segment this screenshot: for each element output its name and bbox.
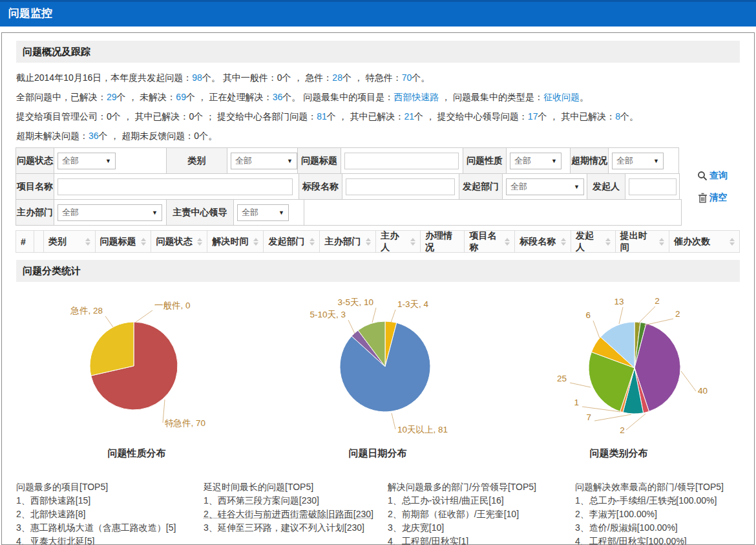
overdue-select[interactable]: 全部 ▼: [612, 153, 664, 169]
sort-icon[interactable]: [137, 238, 146, 246]
chart-nature: 一般件, 0急件, 28特急件, 70 问题性质分布: [16, 283, 257, 460]
sort-icon[interactable]: [501, 238, 510, 246]
sort-icon[interactable]: [406, 238, 415, 246]
column-header-解决时间[interactable]: 解决时间: [207, 230, 264, 253]
callout-line: [626, 414, 646, 430]
clear-button[interactable]: 清空: [698, 192, 728, 204]
summary-value: 70: [402, 72, 412, 83]
sort-icon[interactable]: [602, 238, 611, 246]
sort-icon[interactable]: [306, 238, 315, 246]
column-header-主办人[interactable]: 主办人: [375, 230, 421, 253]
column-header-催办次数[interactable]: 催办次数: [669, 230, 740, 253]
sort-icon[interactable]: [249, 238, 258, 246]
section-input[interactable]: [346, 178, 455, 195]
filter-label-project: 项目名称: [16, 173, 54, 200]
filter-label-status: 问题状态: [16, 147, 54, 174]
column-header-项目名称[interactable]: 项目名称: [464, 230, 515, 253]
column-header-主办部门[interactable]: 主办部门: [319, 230, 376, 253]
summary-text: 截止2014年10月16日，本年度共发起问题：: [16, 72, 192, 83]
column-header-类别[interactable]: 类别: [43, 230, 96, 253]
sort-icon[interactable]: [557, 238, 566, 246]
list-item[interactable]: 3、惠工路机场大道（含惠工路改造）[5]: [16, 521, 204, 535]
column-header-问题状态[interactable]: 问题状态: [151, 230, 207, 253]
column-header-blank: [34, 230, 44, 253]
callout-line: [105, 316, 113, 327]
sort-icon[interactable]: [655, 238, 664, 246]
summary-value: 98: [192, 72, 202, 83]
list-item[interactable]: 4、工程部/田秋实[100.00%]: [575, 535, 740, 545]
column-label: 主办人: [381, 230, 406, 253]
filter-label-center-leader: 主责中心领导: [166, 199, 234, 226]
column-label: 发起部门: [268, 236, 304, 248]
summary-text: 个 ， 未解决：: [117, 92, 176, 102]
initiator-input[interactable]: [629, 178, 677, 195]
list-item[interactable]: 2、北部快速路[8]: [16, 508, 204, 521]
callout-label: 10天以上, 81: [397, 425, 448, 434]
pie-chart: 3-5天, 105-10天, 31-3天, 410天以上, 81: [257, 283, 498, 438]
column-header-发起人[interactable]: 发起人: [571, 230, 616, 253]
callout-label: 13: [614, 297, 624, 306]
list-title: 延迟时间最长的问题[TOP5]: [204, 480, 388, 494]
column-header-#: #: [16, 230, 34, 253]
column-header-标段名称[interactable]: 标段名称: [514, 230, 571, 253]
nature-select[interactable]: 全部 ▼: [510, 153, 562, 169]
title-input[interactable]: [344, 153, 459, 169]
sort-icon[interactable]: [193, 238, 202, 246]
list-item[interactable]: 1、西部快速路[15]: [16, 494, 204, 508]
page-title: 问题监控: [8, 7, 52, 19]
sort-icon[interactable]: [362, 238, 371, 246]
from-dept-select[interactable]: 全部 ▼: [506, 178, 584, 195]
callout-label: 2: [675, 309, 680, 319]
column-label: 问题标题: [100, 236, 136, 248]
summary-text: 全部问题中，已解决：: [16, 92, 107, 102]
status-select[interactable]: 全部 ▼: [58, 153, 116, 169]
trash-icon: [698, 193, 708, 203]
category-select[interactable]: 全部 ▼: [231, 153, 297, 169]
column-label: 催办次数: [674, 236, 710, 248]
callout-line: [593, 321, 600, 338]
callout-label: 7: [586, 412, 591, 422]
summary-link[interactable]: 征收问题: [543, 92, 580, 102]
sort-icon[interactable]: [81, 238, 90, 246]
list-item[interactable]: 3、延伸至三环路，建议不列入计划[230]: [204, 521, 388, 535]
column-label: 问题状态: [156, 236, 192, 248]
column-header-发起部门[interactable]: 发起部门: [263, 230, 320, 253]
section-header-overview: 问题概况及跟踪: [16, 41, 740, 63]
project-input[interactable]: [58, 178, 293, 195]
summary-value: 69: [176, 92, 186, 102]
list-item[interactable]: 1、总工办-手续组/王轶尧[100.00%]: [575, 494, 740, 508]
pie-slice[interactable]: [90, 322, 134, 376]
list-item[interactable]: 4、工程部/田秋实[1]: [388, 535, 575, 545]
summary-text: 提交给项目管理公司：0个 ， 其中已解决：0个 ； 提交给中心各部门问题：: [16, 111, 317, 122]
sort-icon[interactable]: [726, 238, 735, 246]
column-header-提出时间[interactable]: 提出时间: [615, 230, 669, 253]
chevron-down-icon: ▼: [574, 184, 580, 190]
list-item[interactable]: 2、李淑芳[100.00%]: [575, 508, 740, 521]
search-button[interactable]: 查询: [697, 170, 728, 182]
list-item[interactable]: 3、龙庆宽[10]: [388, 521, 575, 535]
list-item[interactable]: 2、硅谷大街与前进西街需破除旧路面[230]: [204, 508, 388, 521]
column-header-问题标题[interactable]: 问题标题: [95, 230, 152, 253]
top5-list: 问题解决效率最高的部门/领导[TOP5]1、总工办-手续组/王轶尧[100.00…: [575, 480, 740, 545]
callout-line: [392, 413, 395, 429]
summary-line: 提交给项目管理公司：0个 ， 其中已解决：0个 ； 提交给中心各部门问题：81个…: [16, 107, 740, 126]
filter-actions: 查询 清空: [685, 148, 740, 226]
summary-text: ， 问题最集中的类型是：: [439, 92, 543, 102]
host-dept-select[interactable]: 全部 ▼: [58, 204, 162, 221]
list-item[interactable]: 1、西环第三段方案问题[230]: [204, 494, 388, 508]
column-label: 发起人: [576, 230, 602, 253]
charts-row: 一般件, 0急件, 28特急件, 70 问题性质分布 3-5天, 105-10天…: [16, 283, 740, 460]
list-item[interactable]: 4、亚泰大街北延[5]: [16, 535, 204, 545]
list-item[interactable]: 3、造价/殷淑娟[100.00%]: [575, 521, 740, 535]
filter-label-initiator: 发起人: [587, 173, 625, 200]
summary-link[interactable]: 西部快速路: [394, 92, 439, 102]
callout-line: [391, 310, 395, 323]
column-label: #: [21, 237, 26, 247]
list-item[interactable]: 2、前期部（征收部）/王宪奎[10]: [388, 508, 575, 521]
chart-title: 问题类别分布: [498, 441, 739, 460]
chart-title: 问题性质分布: [16, 441, 257, 460]
center-leader-select[interactable]: 全部 ▼: [237, 204, 289, 221]
chevron-down-icon: ▼: [653, 158, 659, 164]
list-item[interactable]: 1、总工办-设计组/曲正民[16]: [388, 494, 575, 508]
summary-text: 。: [580, 92, 589, 102]
